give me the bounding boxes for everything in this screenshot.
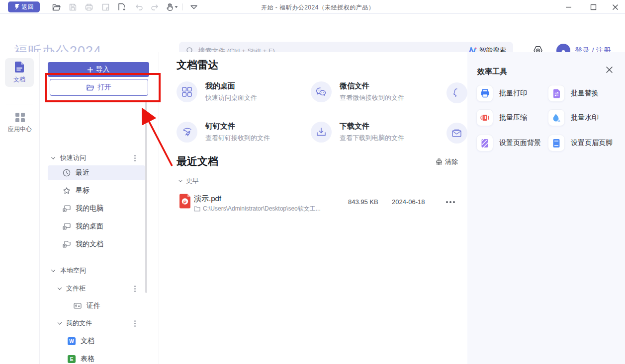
batch-replace-icon xyxy=(548,85,565,102)
annotation-arrow xyxy=(135,103,178,169)
file-path-row: C:\Users\Administrator\Desktop\seo软文工... xyxy=(194,205,321,213)
tool-label: 批量压缩 xyxy=(499,113,527,122)
writer-file-icon: W xyxy=(68,337,76,345)
tools-close-icon[interactable] xyxy=(606,66,615,75)
tool-batch-print[interactable]: 批量打印 xyxy=(476,85,527,102)
sidebar-item-docs[interactable]: W 文档 xyxy=(48,334,145,349)
mail-file-icon[interactable] xyxy=(446,123,467,144)
sidebar-item-my-computer[interactable]: 我的电脑 xyxy=(48,201,145,216)
sidebar-item-starred[interactable]: 星标 xyxy=(48,183,145,198)
sheet-file-icon: E xyxy=(68,355,76,363)
radar-card-subtitle: 快速访问桌面文件 xyxy=(205,93,257,102)
my-files-label: 我的文件 xyxy=(66,319,92,328)
app-header: 福昕办公2024 智能搜索 登录 / 注册 xyxy=(0,14,625,52)
redo-icon[interactable] xyxy=(150,2,160,12)
sidebar-item-recent[interactable]: 最近 xyxy=(48,165,145,180)
sidebar-item-certificates[interactable]: 证件 xyxy=(48,298,145,313)
tool-header-footer[interactable]: 设置页眉页脚 xyxy=(548,135,613,151)
dingtalk-icon xyxy=(177,122,197,143)
close-button[interactable] xyxy=(609,2,622,11)
chevron-down-icon xyxy=(51,268,55,272)
batch-watermark-icon xyxy=(548,109,565,126)
tool-batch-compress[interactable]: 批量压缩 xyxy=(476,109,527,126)
tool-label: 批量水印 xyxy=(571,113,599,122)
sidebar-item-label: 表格 xyxy=(81,355,94,364)
sidebar-item-my-documents[interactable]: 我的文档 xyxy=(48,237,145,252)
sidebar-item-sheets[interactable]: E 表格 xyxy=(48,352,145,364)
recent-group-label: 更早 xyxy=(186,176,199,185)
back-button[interactable]: 返回 xyxy=(8,1,40,12)
left-rail: 文档 应用中心 xyxy=(0,52,40,364)
back-button-label: 返回 xyxy=(22,3,34,11)
radar-section-title: 文档雷达 xyxy=(177,58,218,72)
header-footer-icon xyxy=(548,135,565,151)
radar-card-downloads[interactable]: 下载文件 查看下载到电脑的文件 xyxy=(311,122,404,143)
radar-card-subtitle: 查看钉钉接收到的文件 xyxy=(205,134,270,143)
shortcut-folder-icon xyxy=(63,240,71,248)
rail-item-app-center[interactable]: 应用中心 xyxy=(0,113,40,134)
title-bar: 返回 开始 - 福昕办公2024（未经授权的产品） xyxy=(0,0,625,14)
my-files-header[interactable]: 我的文件 xyxy=(40,317,159,329)
radar-card-wechat[interactable]: 微信文件 查看微信接收到的文件 xyxy=(311,81,404,102)
radar-card-title: 微信文件 xyxy=(340,81,404,91)
file-size: 843.95 KB xyxy=(348,198,378,206)
id-card-icon xyxy=(74,302,82,310)
cabinet-header[interactable]: 文件柜 xyxy=(40,283,159,294)
tool-batch-watermark[interactable]: 批量水印 xyxy=(548,109,599,126)
qq-file-icon[interactable] xyxy=(446,82,467,103)
chevron-down-icon xyxy=(58,320,62,324)
radar-card-dingtalk[interactable]: 钉钉文件 查看钉钉接收到的文件 xyxy=(177,122,270,143)
pdf-document-icon: P xyxy=(179,194,191,209)
app-grid-icon xyxy=(15,113,25,122)
tool-label: 批量打印 xyxy=(499,89,527,98)
clear-label: 清除 xyxy=(445,157,458,166)
recent-section-title: 最近文档 xyxy=(177,154,218,168)
undo-icon[interactable] xyxy=(134,2,144,12)
tool-label: 批量替换 xyxy=(571,89,599,98)
maximize-button[interactable] xyxy=(587,2,600,11)
radar-card-desktop[interactable]: 我的桌面 快速访问桌面文件 xyxy=(177,81,257,102)
open-file-icon[interactable] xyxy=(51,2,61,12)
print-preview-icon[interactable] xyxy=(100,2,110,12)
rail-item-documents[interactable]: 文档 xyxy=(5,58,34,87)
download-icon xyxy=(311,122,332,143)
print-icon[interactable] xyxy=(84,2,94,12)
local-space-header[interactable]: 本地空间 xyxy=(40,265,159,277)
shortcut-monitor-icon xyxy=(63,205,71,213)
cabinet-menu-icon[interactable] xyxy=(134,288,136,290)
rail-app-center-label: 应用中心 xyxy=(8,125,32,134)
tool-page-background[interactable]: 设置页面背景 xyxy=(476,135,541,151)
recent-group-earlier[interactable]: 更早 xyxy=(179,176,199,185)
efficiency-tools-panel: 效率工具 批量打印 批量替换 xyxy=(467,52,625,364)
new-document-icon[interactable] xyxy=(117,2,127,12)
hand-tool-icon[interactable] xyxy=(165,2,179,12)
radar-card-subtitle: 查看微信接收到的文件 xyxy=(340,93,404,102)
save-icon[interactable] xyxy=(68,2,78,12)
star-icon xyxy=(63,187,71,195)
rail-documents-label: 文档 xyxy=(13,75,25,84)
file-date: 2024-06-18 xyxy=(392,198,425,206)
toolbar-separator xyxy=(182,3,182,10)
main-content: 文档雷达 我的桌面 快速访问桌面文件 微信文件 查看微 xyxy=(159,52,467,364)
minimize-button[interactable] xyxy=(562,2,575,11)
quick-access-label: 快速访问 xyxy=(60,153,86,162)
local-space-label: 本地空间 xyxy=(60,266,86,275)
radar-card-title: 钉钉文件 xyxy=(205,122,270,131)
toolbar-expand-icon[interactable] xyxy=(189,2,199,12)
sidebar-item-label: 文档 xyxy=(81,337,94,346)
my-files-menu-icon[interactable] xyxy=(134,323,136,324)
file-more-icon[interactable] xyxy=(449,201,451,203)
sidebar-item-label: 我的文档 xyxy=(76,240,103,249)
chevron-down-icon xyxy=(58,286,62,290)
file-name[interactable]: 演示.pdf xyxy=(194,194,221,204)
tools-panel-title: 效率工具 xyxy=(477,67,507,76)
tool-batch-replace[interactable]: 批量替换 xyxy=(548,85,599,102)
file-path: C:\Users\Administrator\Desktop\seo软文工... xyxy=(203,205,321,213)
sidebar-item-my-desktop[interactable]: 我的桌面 xyxy=(48,219,145,234)
sidebar-item-label: 最近 xyxy=(76,168,89,177)
wechat-icon xyxy=(311,81,332,102)
page-background-icon xyxy=(476,135,493,151)
tool-label: 设置页眉页脚 xyxy=(571,139,613,147)
clear-recent-button[interactable]: 清除 xyxy=(436,157,458,166)
chevron-down-icon xyxy=(51,155,55,159)
